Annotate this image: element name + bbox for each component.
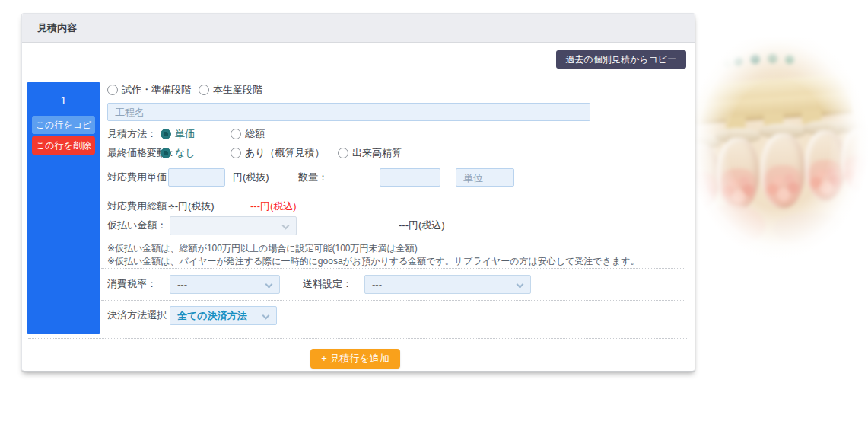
tax-rate-select[interactable]: --- <box>170 275 280 294</box>
radio-method-total[interactable]: 総額 <box>231 125 265 143</box>
estimate-method-label: 見積方法： <box>107 125 157 143</box>
divider <box>28 75 688 75</box>
total-cost-label: 対応費用総額： <box>107 197 176 216</box>
unit-input[interactable] <box>456 168 514 187</box>
copy-from-past-estimate-button[interactable]: 過去の個別見積からコピー <box>556 50 686 69</box>
payment-method-select[interactable]: 全ての決済方法 <box>170 306 277 325</box>
provisional-payment-label: 仮払い金額： <box>107 216 167 235</box>
provisional-note-1: ※仮払い金額は、総額が100万円以上の場合に設定可能(100万円未満は全額) <box>107 242 418 255</box>
radio-icon[interactable] <box>338 148 348 158</box>
radio-price-change-actual[interactable]: 出来高精算 <box>338 144 402 162</box>
total-cost-excl-tax: ---円(税抜) <box>168 197 215 216</box>
chevron-down-icon <box>282 222 290 230</box>
quantity-input[interactable] <box>380 168 440 187</box>
radio-icon[interactable] <box>231 129 241 139</box>
tax-rate-label: 消費税率： <box>107 275 157 293</box>
chevron-down-icon <box>262 312 270 320</box>
unit-cost-input[interactable] <box>168 168 225 187</box>
radio-price-change-none[interactable]: なし <box>161 144 196 162</box>
unit-cost-suffix: 円(税抜) <box>233 168 269 187</box>
radio-icon[interactable] <box>107 85 118 95</box>
shipping-label: 送料設定： <box>303 275 352 293</box>
payment-method-label: 決済方法選択： <box>107 306 176 324</box>
panel-title: 見積内容 <box>22 14 695 43</box>
radio-icon[interactable] <box>199 85 209 95</box>
process-name-input[interactable] <box>107 103 590 121</box>
provisional-payment-select[interactable] <box>170 216 297 235</box>
radio-method-unit-price[interactable]: 単価 <box>161 125 195 143</box>
estimate-panel: 見積内容 過去の個別見積からコピー 1 この行をコピー この行を削除 試作・準備… <box>21 13 695 372</box>
radio-checked-icon[interactable] <box>161 148 171 158</box>
unit-cost-label: 対応費用単価： <box>107 168 176 187</box>
radio-checked-icon[interactable] <box>161 129 171 139</box>
chevron-down-icon <box>265 281 273 289</box>
row-number: 1 <box>27 94 100 107</box>
radio-price-change-rough[interactable]: あり（概算見積） <box>231 144 325 162</box>
chevron-down-icon <box>517 281 524 289</box>
photo-feather-mask <box>688 32 868 276</box>
radio-icon[interactable] <box>231 148 241 158</box>
page: 見積内容 過去の個別見積からコピー 1 この行をコピー この行を削除 試作・準備… <box>0 0 868 447</box>
provisional-note-2: ※仮払い金額は、バイヤーが発注する際に一時的にgoosaがお預かりする金額です。… <box>107 255 639 268</box>
radio-stage-prototype[interactable]: 試作・準備段階 <box>107 81 191 99</box>
quantity-label: 数量： <box>298 168 328 187</box>
divider <box>101 268 685 269</box>
divider <box>101 300 685 301</box>
divider <box>28 338 688 339</box>
shipping-select[interactable]: --- <box>364 275 531 294</box>
radio-stage-production[interactable]: 本生産段階 <box>199 81 262 99</box>
add-estimate-row-button[interactable]: + 見積行を追加 <box>310 349 400 369</box>
provisional-incl-tax: ---円(税込) <box>399 216 445 235</box>
total-cost-incl-tax: ---円(税込) <box>250 197 297 216</box>
candy-jars-photo <box>689 34 868 274</box>
